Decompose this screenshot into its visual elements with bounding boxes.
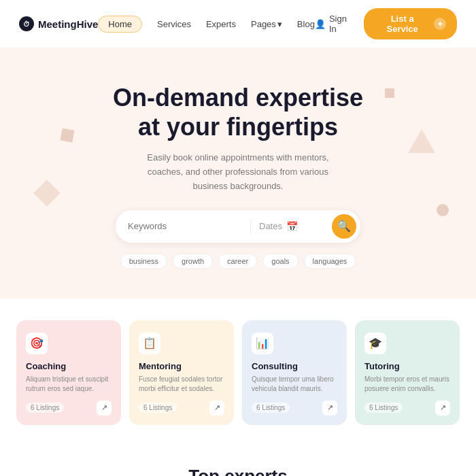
coaching-count: 6 Listings [26,403,64,413]
nav-services[interactable]: Services [157,19,191,29]
mentoring-title: Mentoring [139,361,224,371]
nav-blog[interactable]: Blog [297,19,315,29]
brand-name: MeetingHive [38,18,98,30]
decorative-triangle [408,129,435,153]
consulting-footer: 6 Listings ↗ [252,401,337,415]
nav-actions: 👤 Sign In List a Service + [315,8,457,39]
decorative-circle [437,204,449,216]
calendar-icon: 📅 [286,221,298,232]
category-card-mentoring: 📋 Mentoring Fusce feugiat sodales tortor… [129,320,234,425]
decorative-rect2 [385,88,394,98]
experts-title: Top experts [16,466,460,476]
coaching-title: Coaching [26,361,112,371]
mentoring-count: 6 Listings [139,403,177,413]
nav-experts[interactable]: Experts [206,19,236,29]
consulting-desc: Quisque tempor uma libero vehicula bland… [252,375,337,394]
navbar: ⏱ MeetingHive Home Services Experts Page… [0,0,476,48]
list-service-button[interactable]: List a Service + [364,8,457,39]
tag-list: business growth career goals languages [19,254,457,271]
logo[interactable]: ⏱ MeetingHive [19,16,98,31]
category-card-coaching: 🎯 Coaching Aliquam tristique et suscipit… [16,320,121,425]
tag-growth[interactable]: growth [173,254,213,269]
tutoring-arrow[interactable]: ↗ [435,401,450,415]
mentoring-footer: 6 Listings ↗ [139,401,224,415]
hero-subtitle: Easily book online appointments with men… [129,151,347,193]
mentoring-desc: Fusce feugiat sodales tortor morbi effic… [139,375,224,394]
nav-home[interactable]: Home [98,16,142,33]
consulting-count: 6 Listings [252,403,290,413]
category-card-consulting: 📊 Consulting Quisque tempor uma libero v… [242,320,347,425]
categories-section: 🎯 Coaching Aliquam tristique et suscipit… [0,299,476,447]
search-dates: Dates 📅 [259,221,332,232]
logo-icon: ⏱ [19,16,34,31]
decorative-diamond [33,180,61,207]
coaching-icon: 🎯 [26,333,48,354]
search-bar: Dates 📅 🔍 [116,210,360,243]
tutoring-footer: 6 Listings ↗ [364,401,450,415]
sign-in-button[interactable]: 👤 Sign In [315,14,356,34]
hero-section: On-demand expertise at your fingertips E… [0,48,476,299]
tutoring-icon: 🎓 [364,333,386,354]
chevron-down-icon: ▾ [277,19,282,29]
coaching-arrow[interactable]: ↗ [97,401,112,415]
coaching-desc: Aliquam tristique et suscipit rutrum ero… [26,375,112,394]
decorative-rect [61,129,75,143]
search-input[interactable] [128,221,242,231]
tutoring-count: 6 Listings [364,403,403,413]
mentoring-arrow[interactable]: ↗ [209,401,224,415]
nav-links: Home Services Experts Pages ▾ Blog [98,16,315,33]
search-button[interactable]: 🔍 [332,214,356,239]
tag-languages[interactable]: languages [304,254,356,269]
mentoring-icon: 📋 [139,333,160,354]
nav-pages[interactable]: Pages ▾ [251,19,282,29]
tag-goals[interactable]: goals [262,254,298,269]
search-divider [250,219,251,234]
coaching-footer: 6 Listings ↗ [26,401,112,415]
experts-section: Top experts Our most experienced profess… [0,447,476,476]
plus-icon: + [434,18,446,30]
magnifier-icon: 🔍 [337,220,351,233]
tag-business[interactable]: business [120,254,167,269]
consulting-arrow[interactable]: ↗ [322,401,337,415]
category-card-tutoring: 🎓 Tutoring Morbi tempor eros et mauris p… [355,320,460,425]
tutoring-title: Tutoring [364,361,450,371]
consulting-icon: 📊 [252,333,273,354]
user-icon: 👤 [315,19,326,29]
tutoring-desc: Morbi tempor eros et mauris posuere enim… [364,375,450,394]
consulting-title: Consulting [252,361,337,371]
tag-career[interactable]: career [218,254,257,269]
